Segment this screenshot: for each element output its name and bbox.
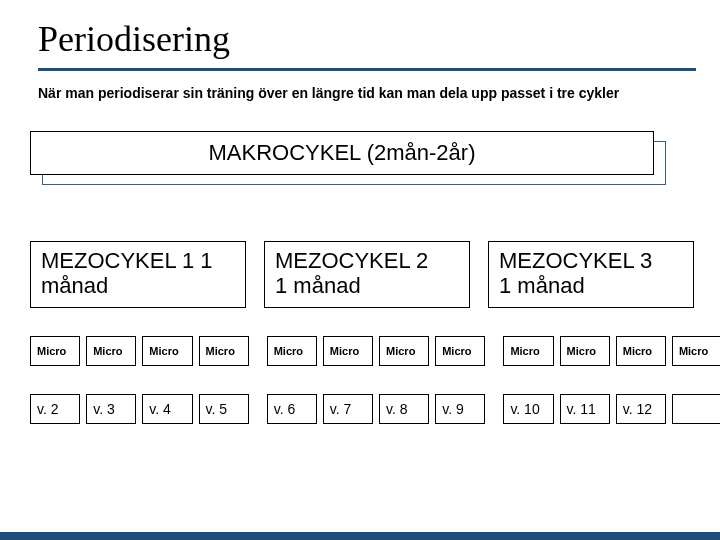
micro-header: Micro: [30, 336, 80, 366]
micro-header: Micro: [672, 336, 720, 366]
mezocykel-2-line2: 1 månad: [275, 273, 459, 298]
subtitle: När man periodiserar sin träning över en…: [38, 85, 696, 101]
micro-header: Micro: [503, 336, 553, 366]
micro-week-row: v. 2 v. 3 v. 4 v. 5 v. 6 v. 7 v. 8 v. 9 …: [30, 394, 720, 424]
micro-week: v. 4: [142, 394, 192, 424]
micro-week: v. 8: [379, 394, 429, 424]
mezocykel-2: MEZOCYKEL 2 1 månad: [264, 241, 470, 308]
micro-header: Micro: [267, 336, 317, 366]
mezocykel-1-line1: MEZOCYKEL 1 1: [41, 248, 235, 273]
micro-header: Micro: [142, 336, 192, 366]
micro-week: [672, 394, 720, 424]
micro-header: Micro: [379, 336, 429, 366]
mezocykel-row: MEZOCYKEL 1 1 månad MEZOCYKEL 2 1 månad …: [30, 241, 696, 308]
mezocykel-1-line2: månad: [41, 273, 235, 298]
title-rule: [38, 68, 696, 71]
micro-week: v. 5: [199, 394, 249, 424]
micro-header-row: Micro Micro Micro Micro Micro Micro Micr…: [30, 336, 720, 366]
mezocykel-3-line2: 1 månad: [499, 273, 683, 298]
page-title: Periodisering: [38, 18, 696, 60]
makrocykel-label: MAKROCYKEL (2mån-2år): [209, 140, 476, 166]
micro-week: v. 2: [30, 394, 80, 424]
micro-week: v. 3: [86, 394, 136, 424]
mezocykel-2-line1: MEZOCYKEL 2: [275, 248, 459, 273]
micro-header: Micro: [616, 336, 666, 366]
micro-week: v. 6: [267, 394, 317, 424]
footer-rule: [0, 532, 720, 540]
micro-week: v. 11: [560, 394, 610, 424]
micro-header: Micro: [199, 336, 249, 366]
micro-week: v. 12: [616, 394, 666, 424]
micro-header: Micro: [560, 336, 610, 366]
micro-header: Micro: [323, 336, 373, 366]
micro-week: v. 9: [435, 394, 485, 424]
mezocykel-1: MEZOCYKEL 1 1 månad: [30, 241, 246, 308]
mezocykel-3: MEZOCYKEL 3 1 månad: [488, 241, 694, 308]
micro-week: v. 7: [323, 394, 373, 424]
makrocykel-block: MAKROCYKEL (2mån-2år): [30, 131, 696, 181]
micro-week: v. 10: [503, 394, 553, 424]
makrocykel-box: MAKROCYKEL (2mån-2år): [30, 131, 654, 175]
mezocykel-3-line1: MEZOCYKEL 3: [499, 248, 683, 273]
micro-header: Micro: [86, 336, 136, 366]
micro-header: Micro: [435, 336, 485, 366]
